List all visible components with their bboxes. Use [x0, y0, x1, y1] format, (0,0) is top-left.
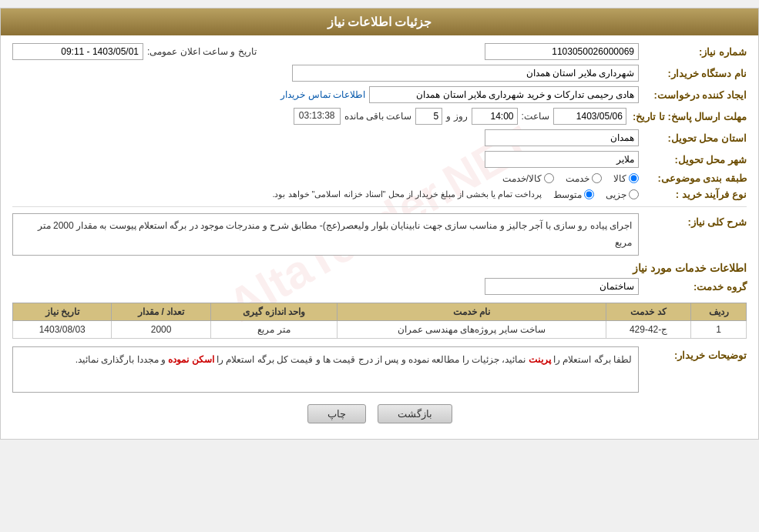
deadline-time-input[interactable]: [472, 108, 518, 125]
divider-1: [12, 206, 747, 207]
buyer-notes-text2: نمائید، جزئیات را مطالعه نموده و پس از د…: [214, 354, 529, 365]
province-label: استان محل تحویل:: [639, 132, 747, 144]
creator-label: ایجاد کننده درخواست:: [639, 89, 747, 101]
process-option-motavasset[interactable]: متوسط: [553, 189, 594, 200]
buyer-org-label: نام دستگاه خریدار:: [639, 68, 747, 79]
cell-service-name: ساخت سایر پروژه‌های مهندسی عمران: [338, 321, 606, 339]
col-date: تاریخ نیاز: [13, 303, 112, 321]
col-service-name: نام خدمت: [338, 303, 606, 321]
category-option-khedmat[interactable]: خدمت: [566, 173, 602, 184]
service-group-label: گروه خدمت:: [639, 281, 747, 293]
cell-row: 1: [691, 321, 747, 339]
description-box: اجرای پیاده رو سازی با آجر جالیز و مناسب…: [12, 213, 639, 256]
category-kala-khedmat-label: کالا/خدمت: [502, 173, 542, 184]
page-title: جزئیات اطلاعات نیاز: [1, 8, 758, 35]
category-kala-label: کالا: [613, 173, 626, 184]
services-section-title: اطلاعات خدمات مورد نیاز: [12, 262, 747, 274]
need-number-input[interactable]: [485, 43, 639, 60]
buyer-notes-bold1: پرینت: [529, 354, 551, 365]
buyer-notes-section: توضیحات خریدار: لطفا برگه استعلام را پری…: [12, 346, 747, 393]
countdown-value: 03:13:38: [294, 108, 341, 125]
cell-service-code: ج-42-429: [606, 321, 691, 339]
process-motavasset-label: متوسط: [553, 189, 582, 200]
buyer-notes-text1: لطفا برگه استعلام را: [551, 354, 632, 365]
province-input[interactable]: [485, 129, 639, 146]
col-quantity: تعداد / مقدار: [112, 303, 210, 321]
cell-date: 1403/08/03: [13, 321, 112, 339]
description-label: شرح کلی نیاز:: [639, 213, 747, 228]
category-radio-group: کالا خدمت کالا/خدمت: [502, 173, 639, 184]
buyer-notes-bold2: اسکن نموده: [168, 354, 213, 365]
city-input[interactable]: [485, 151, 639, 168]
process-option-jozi[interactable]: جزیی: [606, 189, 639, 200]
buyer-org-input[interactable]: [292, 65, 639, 82]
contact-link[interactable]: اطلاعات تماس خریدار: [280, 89, 365, 100]
deadline-label: مهلت ارسال پاسخ: تا تاریخ:: [626, 111, 747, 122]
service-group-input[interactable]: [485, 278, 639, 295]
deadline-date-input[interactable]: [553, 108, 626, 125]
category-khedmat-label: خدمت: [566, 173, 589, 184]
buyer-notes-text3: و مجددا بارگذاری نمائید.: [76, 354, 169, 365]
process-radio-group: جزیی متوسط: [553, 189, 639, 200]
process-label: نوع فرآیند خرید :: [639, 189, 747, 200]
deadline-days-label: روز و: [446, 111, 467, 122]
services-table: ردیف کد خدمت نام خدمت واحد اندازه گیری ت…: [12, 303, 747, 339]
buyer-notes-box: لطفا برگه استعلام را پرینت نمائید، جزئیا…: [12, 346, 639, 393]
category-option-kala[interactable]: کالا: [613, 173, 639, 184]
category-option-kala-khedmat[interactable]: کالا/خدمت: [502, 173, 554, 184]
process-jozi-label: جزیی: [606, 189, 626, 200]
creator-input[interactable]: [369, 86, 639, 103]
announce-input[interactable]: [12, 43, 143, 60]
back-button[interactable]: بازگشت: [378, 404, 452, 423]
col-row: ردیف: [691, 303, 747, 321]
process-note: پرداخت تمام یا بخشی از مبلغ خریدار از مح…: [272, 189, 542, 199]
deadline-time-label: ساعت:: [522, 111, 549, 122]
table-row: 1 ج-42-429 ساخت سایر پروژه‌های مهندسی عم…: [13, 321, 747, 339]
buttons-row: بازگشت چاپ: [12, 404, 747, 423]
city-label: شهر محل تحویل:: [639, 154, 747, 166]
need-number-label: شماره نیاز:: [639, 46, 747, 58]
cell-quantity: 2000: [112, 321, 210, 339]
category-label: طبقه بندی موضوعی:: [639, 172, 747, 184]
deadline-days-input[interactable]: [415, 108, 442, 125]
announce-label: تاریخ و ساعت اعلان عمومی:: [147, 46, 257, 57]
buyer-notes-label: توضیحات خریدار:: [639, 346, 747, 361]
cell-unit: متر مربع: [210, 321, 337, 339]
countdown-label: ساعت باقی مانده: [344, 111, 412, 122]
col-service-code: کد خدمت: [606, 303, 691, 321]
print-button[interactable]: چاپ: [307, 404, 366, 423]
services-table-section: ردیف کد خدمت نام خدمت واحد اندازه گیری ت…: [12, 303, 747, 339]
col-unit: واحد اندازه گیری: [210, 303, 337, 321]
